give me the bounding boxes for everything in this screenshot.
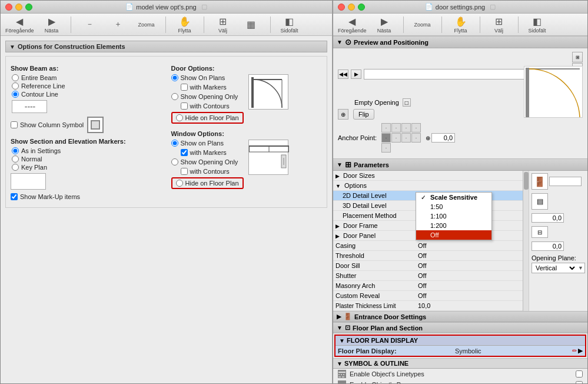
door-frame-toggle[interactable]: ▶ (335, 223, 340, 229)
door-size-value[interactable]: 900,0 (549, 177, 582, 186)
minimize-button[interactable] (15, 4, 22, 11)
door-show-on-plans-radio[interactable] (171, 74, 178, 81)
window-with-markers-row[interactable]: with Markers (181, 149, 244, 156)
key-plan-radio[interactable] (12, 164, 19, 171)
entire-beam-option[interactable]: Entire Beam (12, 74, 162, 81)
door-with-contours-row[interactable]: with Contours (181, 102, 244, 110)
window-show-opening-radio[interactable] (171, 158, 178, 165)
normal-option[interactable]: Normal (12, 155, 162, 163)
as-in-settings-radio[interactable] (12, 147, 19, 154)
next-btn[interactable]: ▶ Nästa (41, 16, 62, 34)
right-sidebar-btn[interactable]: ◧ Sidofält (527, 16, 548, 34)
move-btn[interactable]: ✋ Flytta (174, 16, 195, 34)
drop-1100[interactable]: 1:100 (416, 211, 491, 221)
contour-line-option[interactable]: Contour Line (12, 91, 162, 98)
linetypes-checkbox[interactable] (576, 370, 583, 378)
fpd-nav-arrow[interactable]: ▶ (578, 347, 583, 355)
anchor-mc[interactable]: · (381, 133, 391, 143)
anchor-mr[interactable]: · (391, 133, 401, 143)
section-toggle[interactable]: ▼ (9, 44, 15, 50)
opening-plane-select-wrapper[interactable]: Vertical ▼ (531, 263, 585, 273)
right-maximize-button[interactable] (358, 4, 365, 11)
door-hide-floor-plan-btn[interactable]: Hide on Floor Plan (171, 112, 244, 124)
door-hide-floor-radio[interactable] (176, 114, 183, 121)
sym-toggle[interactable]: ▼ (337, 360, 343, 367)
fpd-edit-icon[interactable]: ✏ (572, 347, 577, 354)
right-move-btn[interactable]: ✋ Flytta (450, 16, 471, 34)
window-with-contours-row[interactable]: with Contours (181, 168, 244, 175)
right-close-button[interactable] (338, 4, 345, 11)
anchor-tr[interactable]: · (401, 123, 411, 133)
select-btn[interactable]: ⊞ Välj (212, 16, 234, 34)
column-symbol-check[interactable]: Show Column Symbol (11, 121, 84, 128)
drop-scale-sensitive[interactable]: ✓ Scale Sensitive (416, 193, 491, 202)
zoom-in-btn[interactable]: ＋ (108, 19, 129, 30)
window-hide-floor-plan-btn[interactable]: Hide on Floor Plan (171, 177, 244, 189)
door-panel-toggle[interactable]: ▶ (335, 233, 340, 239)
right-back-btn[interactable]: ◀ Föregående (338, 16, 367, 34)
fpd-toggle[interactable]: ▼ (339, 337, 345, 344)
right-minimize-button[interactable] (348, 4, 355, 11)
door-with-contours-checkbox[interactable] (181, 102, 188, 110)
zoom-out-btn[interactable]: － (79, 19, 101, 30)
flip-button[interactable]: Flip (353, 109, 374, 120)
preview-toggle[interactable]: ▼ (337, 39, 343, 45)
window-hide-floor-radio[interactable] (176, 180, 183, 187)
door-id-expand-btn[interactable]: ⊞ (572, 52, 583, 62)
options-toggle[interactable]: ▼ (335, 183, 341, 189)
anchor-tc[interactable]: · (391, 123, 401, 133)
window-show-on-plans-radio[interactable] (171, 140, 178, 147)
value1-field[interactable] (531, 213, 564, 223)
door-with-markers-row[interactable]: with Markers (181, 84, 244, 91)
opening-plane-select[interactable]: Vertical (532, 263, 577, 273)
bildspel-btn[interactable]: ▦ (241, 19, 262, 31)
drop-150[interactable]: 1:50 (416, 202, 491, 211)
show-markup-checkbox[interactable] (11, 193, 18, 200)
anchor-bl[interactable]: · (401, 133, 411, 143)
anchor-bc[interactable]: · (411, 133, 421, 143)
reference-line-radio[interactable] (12, 82, 19, 90)
params-scrollbar-thumb[interactable] (524, 172, 529, 190)
anchor-br[interactable]: · (381, 143, 391, 153)
normal-radio[interactable] (12, 155, 19, 163)
drop-off[interactable]: Off (416, 230, 491, 240)
door-show-opening-radio[interactable] (171, 93, 178, 100)
window-with-contours-checkbox[interactable] (181, 168, 188, 175)
key-plan-option[interactable]: Key Plan (12, 164, 162, 171)
anchor-icon[interactable]: ⊕ (338, 109, 348, 120)
close-button[interactable] (5, 4, 12, 11)
anchor-tl[interactable]: · (381, 123, 391, 133)
right-next-btn[interactable]: ▶ Nästa (374, 16, 395, 34)
door-sizes-toggle[interactable]: ▶ (335, 173, 340, 179)
right-select-btn[interactable]: ⊞ Välj (489, 16, 510, 34)
show-markup-row[interactable]: Show Mark-Up items (11, 193, 162, 200)
door-with-markers-checkbox[interactable] (181, 84, 188, 91)
anchor-x-field[interactable] (431, 133, 455, 143)
value2-field[interactable] (531, 241, 564, 251)
zoom-label-btn[interactable]: Zooma (136, 22, 157, 28)
params-toggle[interactable]: ▼ (337, 161, 343, 168)
prev-door-btn[interactable]: ◀◀ (338, 69, 348, 79)
params-scrollbar[interactable] (523, 171, 529, 311)
window-with-markers-checkbox[interactable] (181, 149, 188, 156)
anchor-ml[interactable]: · (411, 123, 421, 133)
entire-beam-radio[interactable] (12, 74, 19, 81)
floor-plan-toggle[interactable]: ▼ (337, 325, 343, 331)
window-show-on-plans-label: Show on Plans (181, 140, 224, 147)
sidebar-btn[interactable]: ◧ Sidofält (279, 16, 300, 34)
next-door-btn[interactable]: ▶ (351, 69, 361, 79)
entrance-toggle[interactable]: ▶ (337, 313, 341, 320)
as-in-settings-option[interactable]: As in Settings (12, 147, 162, 154)
back-btn[interactable]: ◀ Föregående (5, 16, 34, 34)
reference-line-option[interactable]: Reference Line (12, 82, 162, 90)
pens-checkbox[interactable] (576, 381, 583, 383)
door-show-on-plans-option[interactable]: Show On Plans (171, 74, 244, 81)
door-show-opening-option[interactable]: Show Opening Only (171, 93, 244, 100)
window-show-opening-option[interactable]: Show Opening Only (171, 158, 244, 165)
drop-1200[interactable]: 1:200 (416, 221, 491, 230)
empty-opening-lock-btn[interactable]: □ (403, 98, 411, 107)
window-show-on-plans-option[interactable]: Show on Plans (171, 140, 244, 147)
contour-line-radio[interactable] (12, 91, 19, 98)
column-symbol-checkbox[interactable] (11, 121, 18, 128)
maximize-button[interactable] (25, 4, 32, 11)
